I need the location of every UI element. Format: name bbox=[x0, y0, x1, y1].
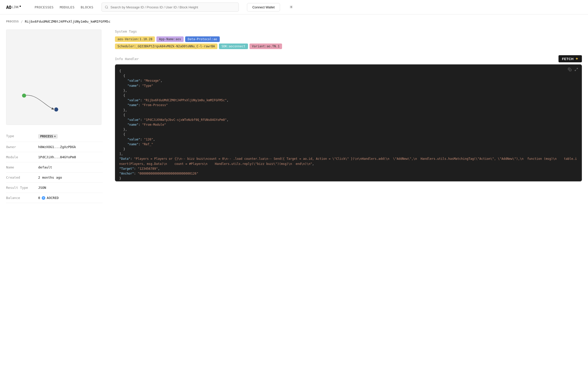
tag-aos-version[interactable]: aos-Version:1.10.28 bbox=[115, 36, 155, 42]
created-label: Created bbox=[6, 176, 34, 179]
code-panel[interactable]: { { "value": "Message", "name": "Type" }… bbox=[115, 64, 582, 181]
info-handler-label: Info Handler bbox=[115, 57, 139, 61]
logo-ao: AO bbox=[6, 5, 11, 10]
breadcrumb-process-label[interactable]: PROCESS bbox=[6, 20, 19, 23]
detail-result-type-row: Result Type JSON bbox=[6, 183, 103, 193]
logo-link: LINK bbox=[12, 5, 19, 9]
owner-label: Owner bbox=[6, 145, 34, 149]
balance-row: 0 ⊙ AOCRED bbox=[38, 196, 59, 200]
created-value: 2 months ago bbox=[38, 176, 62, 179]
detail-owner-row: Owner h8WzXOG1...ZgXzPDGk bbox=[6, 142, 103, 152]
copy-icon bbox=[568, 68, 571, 71]
expand-icon bbox=[575, 68, 578, 71]
main-nav: PROCESSES MODULES BLOCKS bbox=[35, 5, 93, 9]
type-value: PROCESS bbox=[38, 134, 58, 139]
tag-app-name[interactable]: App-Name:aos bbox=[156, 36, 184, 42]
detail-type-row: Type PROCESS bbox=[6, 131, 103, 142]
tag-sdk[interactable]: SDK:aoconnect bbox=[219, 44, 248, 49]
code-toolbar bbox=[567, 67, 579, 73]
type-badge-text: PROCESS bbox=[40, 135, 53, 138]
left-panel: Type PROCESS Owner h8WzXOG1...ZgXzPDGk M… bbox=[6, 30, 103, 203]
aocred-icon: ⊙ bbox=[42, 196, 45, 200]
svg-rect-3 bbox=[569, 69, 571, 71]
detail-name-row: Name default bbox=[6, 162, 103, 173]
svg-point-0 bbox=[105, 6, 108, 8]
module-label: Module bbox=[6, 155, 34, 159]
tag-variant[interactable]: Variant:ao.TN.1 bbox=[249, 44, 282, 49]
process-badge-dot bbox=[54, 136, 56, 137]
tag-scheduler[interactable]: Scheduler:_GQ33BkPtZrqxA84vM8Zk-N2aO0toN… bbox=[115, 44, 217, 49]
graph-node-1[interactable] bbox=[22, 94, 26, 98]
tags-row-1: aos-Version:1.10.28 App-Name:aos Data-Pr… bbox=[115, 36, 582, 42]
process-graph[interactable] bbox=[6, 30, 101, 125]
svg-line-1 bbox=[107, 8, 108, 9]
main-content: Type PROCESS Owner h8WzXOG1...ZgXzPDGk M… bbox=[0, 25, 588, 207]
name-value: default bbox=[38, 165, 52, 169]
balance-value: 0 ⊙ AOCRED bbox=[38, 196, 59, 200]
nav-processes[interactable]: PROCESSES bbox=[35, 5, 54, 9]
connect-wallet-button[interactable]: Connect Wallet bbox=[247, 3, 280, 11]
svg-line-4 bbox=[577, 68, 578, 69]
code-content: { { "value": "Message", "name": "Type" }… bbox=[119, 69, 578, 181]
owner-value: h8WzXOG1...ZgXzPDGk bbox=[38, 145, 76, 149]
result-type-value: JSON bbox=[38, 186, 46, 190]
name-label: Name bbox=[6, 165, 34, 169]
balance-currency: AOCRED bbox=[47, 196, 59, 200]
balance-amount: 0 bbox=[38, 196, 40, 200]
detail-module-row: Module 1PdCJiXh...84GYoPm0 bbox=[6, 152, 103, 162]
detail-balance-row: Balance 0 ⊙ AOCRED bbox=[6, 193, 103, 203]
graph-edge bbox=[24, 95, 54, 109]
module-value: 1PdCJiXh...84GYoPm0 bbox=[38, 155, 76, 159]
expand-code-button[interactable] bbox=[574, 67, 579, 73]
balance-label: Balance bbox=[6, 196, 34, 200]
search-input[interactable] bbox=[110, 5, 236, 9]
right-panel: System Tags aos-Version:1.10.28 App-Name… bbox=[103, 30, 582, 203]
detail-created-row: Created 2 months ago bbox=[6, 173, 103, 183]
details-table: Type PROCESS Owner h8WzXOG1...ZgXzPDGk M… bbox=[6, 131, 103, 203]
search-icon bbox=[105, 5, 108, 9]
breadcrumb-id: Rijbx6FduUMdCZM0tJ4PPxXljUNy1m0u_kmMIFGF… bbox=[25, 20, 111, 23]
tags-row-2: Scheduler:_GQ33BkPtZrqxA84vM8Zk-N2aO0toN… bbox=[115, 44, 582, 49]
breadcrumb: PROCESS / Rijbx6FduUMdCZM0tJ4PPxXljUNy1m… bbox=[0, 15, 588, 25]
breadcrumb-separator: / bbox=[21, 20, 23, 23]
app-logo[interactable]: AOLINK bbox=[6, 5, 26, 10]
graph-node-2[interactable] bbox=[54, 107, 58, 111]
system-tags-section: System Tags aos-Version:1.10.28 App-Name… bbox=[115, 30, 582, 49]
theme-toggle-button[interactable]: ☀ bbox=[288, 3, 294, 11]
tag-data-protocol[interactable]: Data-Protocol:ao bbox=[185, 36, 220, 42]
nav-modules[interactable]: MODULES bbox=[60, 5, 75, 9]
search-bar bbox=[101, 3, 239, 12]
system-tags-label: System Tags bbox=[115, 30, 582, 33]
info-handler-header: Info Handler FETCH ✦ bbox=[115, 55, 582, 62]
logo-dot bbox=[20, 6, 21, 7]
fetch-label: FETCH bbox=[562, 57, 574, 61]
graph-svg bbox=[6, 30, 101, 125]
fetch-star-icon: ✦ bbox=[575, 57, 579, 61]
type-label: Type bbox=[6, 134, 34, 138]
fetch-button[interactable]: FETCH ✦ bbox=[558, 55, 582, 62]
copy-code-button[interactable] bbox=[567, 67, 572, 73]
result-type-label: Result Type bbox=[6, 186, 34, 190]
svg-line-5 bbox=[575, 70, 576, 71]
app-header: AOLINK PROCESSES MODULES BLOCKS Connect … bbox=[0, 0, 588, 15]
nav-blocks[interactable]: BLOCKS bbox=[81, 5, 93, 9]
process-badge[interactable]: PROCESS bbox=[38, 134, 58, 139]
